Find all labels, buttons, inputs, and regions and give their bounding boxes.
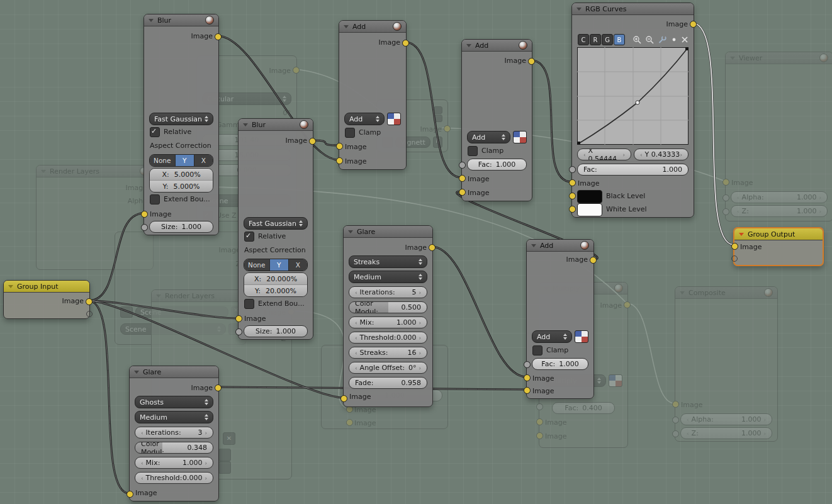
white-level-swatch[interactable] [577, 203, 602, 216]
relative-checkbox-row[interactable]: Relative [150, 127, 191, 137]
fac-field[interactable]: Fac: 1.000 [532, 358, 588, 370]
node-group-input[interactable]: Group Input Image [3, 280, 90, 319]
collapse-arrow-icon[interactable] [531, 244, 536, 247]
filter-type-dropdown[interactable]: Fast Gaussian [149, 113, 213, 125]
blend-mode-dropdown[interactable]: Add [467, 131, 510, 143]
x-percent-field[interactable]: X:20.000% [244, 273, 307, 285]
use-alpha-toggle[interactable] [387, 113, 401, 125]
socket-image-output[interactable] [402, 40, 409, 47]
use-alpha-toggle[interactable] [575, 330, 588, 343]
node-editor-canvas[interactable]: Render Layers Image Alpha Z Image Circul… [0, 0, 832, 504]
iterations-field[interactable]: ‹Iterations:3› [135, 427, 213, 439]
socket-image-output[interactable] [690, 21, 697, 28]
streaks-field[interactable]: ‹Streaks:16› [349, 347, 427, 359]
extend-bounds-checkbox[interactable] [244, 299, 254, 309]
tools-wrench-icon[interactable] [658, 35, 666, 45]
node-header[interactable]: Blur [239, 119, 313, 131]
point-y-field[interactable]: ‹Y 0.43333› [634, 148, 689, 160]
socket-image-output[interactable] [528, 58, 535, 65]
size-field[interactable]: Size: 1.000 [149, 221, 213, 233]
socket-image-output[interactable] [215, 33, 222, 40]
socket-fac-input[interactable] [459, 162, 466, 169]
quality-dropdown[interactable]: Medium [135, 411, 213, 423]
socket-image-input[interactable] [731, 243, 738, 250]
collapse-arrow-icon[interactable] [243, 123, 248, 126]
extend-bounds-row[interactable]: Extend Bou... [244, 299, 305, 308]
node-header[interactable]: RGB Curves [572, 3, 694, 15]
node-header[interactable]: Glare [130, 366, 218, 378]
clipping-dot-icon[interactable] [670, 36, 677, 43]
socket-white-level-input[interactable] [569, 206, 576, 213]
collapse-arrow-icon[interactable] [134, 371, 139, 374]
point-x-field[interactable]: ‹X 0.54444› [577, 148, 631, 160]
delete-point-icon[interactable] [681, 36, 688, 43]
clamp-checkbox[interactable] [345, 128, 355, 138]
socket-image-input[interactable] [524, 387, 531, 394]
mix-field[interactable]: ‹Mix:1.000› [349, 316, 427, 328]
x-percent-field[interactable]: X:5.000% [150, 169, 213, 181]
threshold-field[interactable]: ‹Threshold:0.000› [135, 472, 213, 484]
socket-image-input[interactable] [336, 143, 343, 150]
socket-image-output[interactable] [215, 384, 222, 391]
socket-image-input[interactable] [569, 179, 576, 186]
aspect-none-button[interactable]: None [244, 259, 270, 271]
color-modulation-field[interactable]: Color Modul:0.500 [349, 301, 427, 313]
iterations-field[interactable]: ‹Iterations:5› [349, 286, 427, 298]
glare-type-dropdown[interactable]: Ghosts [135, 396, 213, 408]
socket-fac-input[interactable] [524, 361, 531, 368]
blend-mode-row[interactable]: Add [467, 131, 527, 143]
node-blur-1[interactable]: Blur Image Fast Gaussian Relative Aspect… [143, 14, 219, 235]
relative-checkbox[interactable] [244, 232, 254, 242]
extend-bounds-row[interactable]: Extend Bou... [150, 194, 210, 204]
relative-checkbox[interactable] [150, 127, 160, 137]
blur-size-fields[interactable]: X:20.000% Y:20.000% [244, 272, 308, 297]
socket-image-input[interactable] [141, 211, 148, 218]
clamp-checkbox[interactable] [532, 345, 542, 356]
collapse-arrow-icon[interactable] [466, 44, 471, 47]
threshold-field[interactable]: ‹Threshold:0.000› [349, 332, 427, 344]
blend-mode-row[interactable]: Add [344, 113, 401, 125]
socket-size-input[interactable] [141, 224, 148, 231]
node-blur-2[interactable]: Blur Image Fast Gaussian Relative Aspect… [238, 118, 313, 340]
mix-field[interactable]: ‹Mix:1.000› [135, 457, 213, 469]
socket-size-input[interactable] [235, 328, 242, 335]
socket-virtual-output[interactable] [86, 311, 93, 317]
collapse-arrow-icon[interactable] [149, 19, 154, 22]
curve-control-point[interactable] [636, 101, 639, 104]
aspect-y-button[interactable]: Y [176, 155, 194, 166]
socket-image-input[interactable] [459, 175, 466, 182]
channel-r-button[interactable]: R [590, 34, 601, 45]
aspect-correction-toggle[interactable]: None Y X [244, 259, 308, 271]
blend-mode-dropdown[interactable]: Add [532, 330, 572, 343]
aspect-x-button[interactable]: X [289, 259, 307, 271]
collapse-arrow-icon[interactable] [576, 8, 582, 11]
aspect-x-button[interactable]: X [194, 155, 213, 166]
collapse-arrow-icon[interactable] [739, 233, 744, 236]
collapse-arrow-icon[interactable] [344, 25, 349, 28]
fac-field[interactable]: Fac: 1.000 [467, 159, 527, 171]
curve-endpoint[interactable] [685, 47, 689, 50]
fac-field[interactable]: Fac: 1.000 [577, 164, 689, 176]
aspect-correction-toggle[interactable]: None Y X [149, 154, 213, 167]
node-header[interactable]: Blur [144, 14, 218, 26]
y-percent-field[interactable]: Y:5.000% [150, 181, 213, 192]
size-field[interactable]: Size: 1.000 [244, 325, 308, 337]
aspect-none-button[interactable]: None [150, 155, 176, 166]
node-header[interactable]: Add [339, 21, 406, 33]
node-rgb-curves[interactable]: RGB Curves Image C R G B [571, 3, 694, 218]
y-percent-field[interactable]: Y:20.000% [244, 285, 307, 296]
channel-g-button[interactable]: G [602, 34, 613, 45]
blur-size-fields[interactable]: X:5.000% Y:5.000% [149, 168, 213, 193]
clamp-row[interactable]: Clamp [468, 146, 503, 155]
relative-checkbox-row[interactable]: Relative [244, 232, 286, 241]
socket-image-input[interactable] [126, 491, 133, 498]
quality-dropdown[interactable]: Medium [349, 271, 427, 283]
clamp-row[interactable]: Clamp [532, 345, 568, 355]
channel-c-button[interactable]: C [578, 34, 589, 45]
socket-image-output[interactable] [86, 298, 93, 305]
node-glare-streaks[interactable]: Glare Image Streaks Medium ‹Iterations:5… [343, 225, 433, 407]
fade-field[interactable]: Fade:0.958 [349, 377, 427, 389]
collapse-arrow-icon[interactable] [8, 285, 13, 288]
socket-image-input[interactable] [336, 157, 343, 164]
node-glare-ghosts[interactable]: Glare Image Ghosts Medium ‹Iterations:3›… [129, 366, 219, 501]
